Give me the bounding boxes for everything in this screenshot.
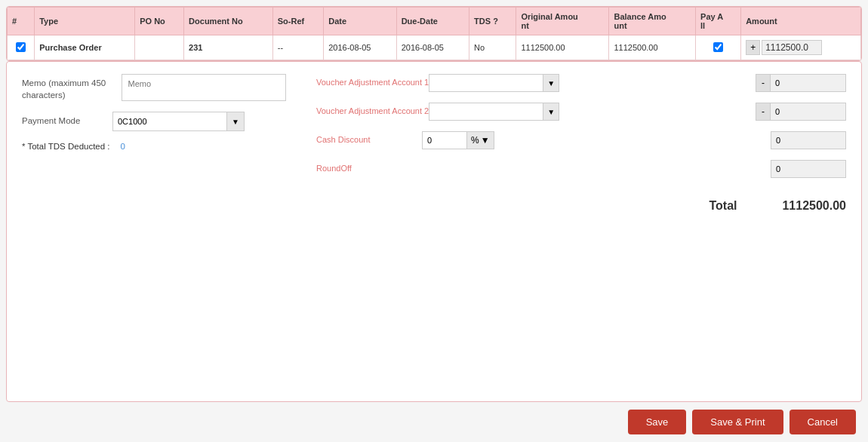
row-balance-amount: 1112500.00	[609, 35, 696, 60]
payment-mode-dropdown[interactable]: ▼	[227, 112, 245, 131]
voucher1-label: Voucher Adjustment Account 1	[316, 78, 429, 87]
tds-label: * Total TDS Deducted :	[22, 142, 110, 151]
row-pay-all-checkbox[interactable]	[713, 42, 723, 52]
amount-plus-button[interactable]: +	[746, 40, 760, 55]
cash-discount-dropdown-icon: ▼	[481, 135, 490, 146]
row-tds: No	[469, 35, 516, 60]
table-row: Purchase Order 231 -- 2016-08-05 2016-08…	[8, 35, 861, 60]
col-balance-amount: Balance Amount	[609, 8, 696, 35]
row-type: Purchase Order	[35, 35, 135, 60]
cash-discount-input-wrap: % ▼	[422, 131, 528, 149]
cash-discount-value-input[interactable]	[422, 131, 467, 149]
save-print-button[interactable]: Save & Print	[692, 410, 783, 434]
row-checkbox[interactable]	[16, 42, 26, 52]
roundoff-row: RoundOff	[316, 160, 846, 178]
row-amount-cell: +	[741, 35, 861, 60]
voucher1-minus-btn[interactable]: -	[756, 74, 771, 92]
voucher2-amount-input[interactable]	[771, 103, 846, 121]
cash-discount-amount-col	[528, 131, 846, 149]
voucher1-amount-col: -	[559, 74, 846, 92]
table-section: # Type PO No Document No So-Ref Date Due…	[6, 6, 862, 61]
memo-group: Memo (maximum 450 characters)	[22, 74, 286, 101]
roundoff-amount-col	[528, 160, 846, 178]
voucher2-dropdown-btn[interactable]: ▼	[543, 103, 559, 121]
save-button[interactable]: Save	[628, 410, 687, 434]
voucher1-dropdown-btn[interactable]: ▼	[543, 74, 559, 92]
left-form: Memo (maximum 450 characters) Payment Mo…	[22, 74, 286, 151]
right-form: Voucher Adjustment Account 1 ▼ -	[301, 74, 846, 213]
cancel-button[interactable]: Cancel	[790, 410, 856, 434]
amount-input[interactable]	[762, 40, 822, 55]
voucher2-row: Voucher Adjustment Account 2 ▼ -	[316, 103, 846, 121]
payment-mode-input[interactable]	[112, 112, 227, 131]
total-value: 1112500.00	[782, 199, 846, 213]
total-row: Total 1112500.00	[316, 199, 846, 213]
voucher2-select[interactable]	[429, 103, 543, 121]
voucher2-label: Voucher Adjustment Account 2	[316, 106, 429, 115]
col-po-no: PO No	[135, 8, 184, 35]
form-row: Memo (maximum 450 characters) Payment Mo…	[22, 74, 846, 213]
row-so-ref: --	[272, 35, 323, 60]
payment-mode-label: Payment Mode	[22, 112, 112, 127]
main-container: # Type PO No Document No So-Ref Date Due…	[0, 0, 868, 442]
row-due-date: 2016-08-05	[396, 35, 469, 60]
voucher1-select-wrap: ▼	[429, 74, 559, 92]
total-label: Total	[709, 199, 737, 213]
col-tds: TDS ?	[469, 8, 516, 35]
cash-discount-pct-btn[interactable]: % ▼	[467, 131, 494, 149]
data-table: # Type PO No Document No So-Ref Date Due…	[7, 7, 861, 60]
col-amount: Amount	[741, 8, 861, 35]
tds-row: * Total TDS Deducted : 0	[22, 142, 286, 151]
cash-discount-row: Cash Discount % ▼	[316, 131, 846, 149]
payment-mode-group: Payment Mode ▼	[22, 112, 286, 131]
col-pay-all: Pay All	[696, 8, 741, 35]
voucher1-amount-input[interactable]	[771, 74, 846, 92]
memo-input[interactable]	[122, 74, 286, 101]
voucher1-select[interactable]	[429, 74, 543, 92]
cash-discount-amount-input[interactable]	[771, 131, 846, 149]
footer: Save Save & Print Cancel	[0, 402, 868, 442]
row-pay-all-cell[interactable]	[696, 35, 741, 60]
cash-discount-label: Cash Discount	[316, 135, 371, 144]
roundoff-label: RoundOff	[316, 164, 352, 173]
voucher2-minus-btn[interactable]: -	[756, 103, 771, 121]
voucher2-select-wrap: ▼	[429, 103, 559, 121]
col-date: Date	[324, 8, 396, 35]
cash-discount-pct-label: %	[471, 135, 479, 146]
col-original-amount: Original Amount	[516, 8, 609, 35]
row-checkbox-cell[interactable]	[8, 35, 35, 60]
form-section: Memo (maximum 450 characters) Payment Mo…	[6, 61, 862, 402]
payment-mode-wrap: ▼	[112, 112, 245, 131]
memo-label: Memo (maximum 450 characters)	[22, 74, 122, 101]
col-due-date: Due-Date	[396, 8, 469, 35]
row-document-no: 231	[184, 35, 273, 60]
row-po-no	[135, 35, 184, 60]
col-type: Type	[35, 8, 135, 35]
col-so-ref: So-Ref	[272, 8, 323, 35]
roundoff-input[interactable]	[771, 160, 846, 178]
tds-value: 0	[121, 142, 125, 151]
col-hash: #	[8, 8, 35, 35]
table-header-row: # Type PO No Document No So-Ref Date Due…	[8, 8, 861, 35]
voucher2-amount-col: -	[559, 103, 846, 121]
voucher1-row: Voucher Adjustment Account 1 ▼ -	[316, 74, 846, 92]
row-date: 2016-08-05	[324, 35, 396, 60]
row-original-amount: 1112500.00	[516, 35, 609, 60]
col-document-no: Document No	[184, 8, 273, 35]
